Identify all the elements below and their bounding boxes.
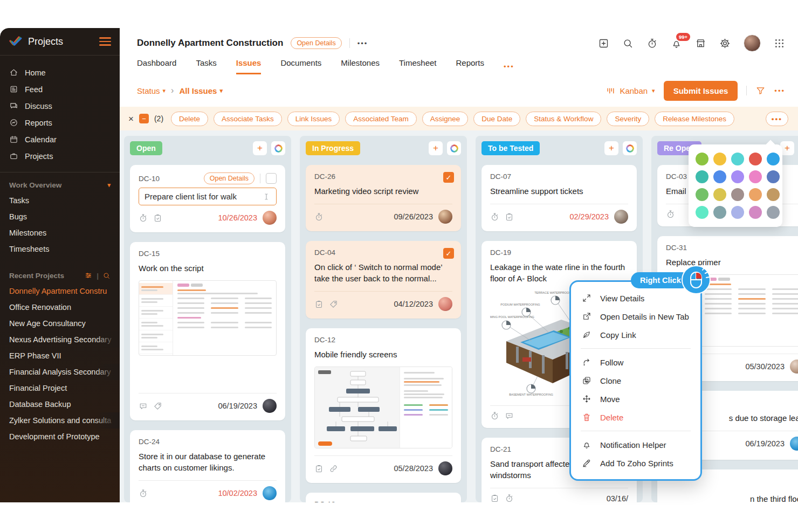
work-overview-section[interactable]: Work Overview ▾ xyxy=(0,172,120,192)
issue-card-dc12[interactable]: DC-12 Mobile friendly screens xyxy=(306,328,461,483)
sidebar-item-home[interactable]: Home xyxy=(0,64,120,81)
filter-funnel-icon[interactable] xyxy=(755,86,766,96)
color-swatch[interactable] xyxy=(731,206,744,219)
recent-project[interactable]: Development of Prototype xyxy=(0,429,120,445)
tab-reports[interactable]: Reports xyxy=(456,58,485,74)
notifications-bell-icon[interactable]: 99+ xyxy=(671,38,682,49)
sidebar-item-projects[interactable]: Projects xyxy=(0,148,120,164)
color-swatch[interactable] xyxy=(696,188,708,201)
issue-card-dc18[interactable]: DC-18 3D view not working xyxy=(306,493,461,502)
tab-issues[interactable]: Issues xyxy=(236,58,262,74)
color-swatch[interactable] xyxy=(767,170,780,183)
tab-documents[interactable]: Documents xyxy=(280,58,321,74)
color-swatch[interactable] xyxy=(696,170,708,183)
hamburger-menu-icon[interactable] xyxy=(99,37,111,46)
recent-project[interactable]: ERP Phase VII xyxy=(0,348,120,364)
menu-item-clone[interactable]: Clone xyxy=(571,371,700,390)
chevron-down-icon[interactable]: ▾ xyxy=(107,182,111,189)
recent-project[interactable]: Nexus Advertising Secondary xyxy=(0,331,120,348)
due-date-button[interactable]: Due Date xyxy=(473,112,520,126)
recent-project[interactable]: Financial Project xyxy=(0,380,120,396)
open-details-button[interactable]: Open Details xyxy=(204,172,254,184)
search-icon[interactable] xyxy=(622,38,634,49)
add-issue-button[interactable]: + xyxy=(429,141,443,155)
color-swatch[interactable] xyxy=(731,188,744,201)
card-checkbox-checked[interactable]: ✓ xyxy=(443,172,454,183)
color-swatch[interactable] xyxy=(731,153,744,165)
color-swatch[interactable] xyxy=(713,206,726,219)
view-filter-dropdown[interactable]: All Issues▾ xyxy=(179,86,223,95)
timer-icon[interactable] xyxy=(646,38,658,49)
color-swatch[interactable] xyxy=(696,153,708,165)
title-edit-input[interactable]: Prepare client list for walk xyxy=(139,188,277,205)
column-color-button[interactable] xyxy=(447,141,461,155)
submit-issues-button[interactable]: Submit Issues xyxy=(664,81,738,101)
column-color-button[interactable] xyxy=(271,141,285,155)
associated-team-button[interactable]: Associated Team xyxy=(345,112,417,126)
recent-project[interactable]: Database Backup xyxy=(0,396,120,412)
tabs-more-button[interactable]: ••• xyxy=(504,63,514,71)
issue-card-dc10[interactable]: DC-10 Open Details Prepare client list f… xyxy=(130,165,285,232)
color-swatch[interactable] xyxy=(713,188,726,201)
apps-grid-icon[interactable] xyxy=(774,38,785,49)
card-checkbox-checked[interactable]: ✓ xyxy=(443,248,454,259)
search-icon[interactable] xyxy=(102,272,111,280)
menu-item-follow[interactable]: Follow xyxy=(571,353,700,371)
color-swatch[interactable] xyxy=(749,153,762,165)
status-workflow-button[interactable]: Status & Workflow xyxy=(526,112,601,126)
sidebar-item-milestones[interactable]: Milestones xyxy=(0,225,120,241)
tab-milestones[interactable]: Milestones xyxy=(341,58,380,74)
group-by-dropdown[interactable]: Status▾ xyxy=(137,86,166,95)
color-swatch[interactable] xyxy=(731,170,744,183)
card-checkbox[interactable] xyxy=(266,173,277,184)
settings-gear-icon[interactable] xyxy=(719,38,731,49)
recent-project[interactable]: New Age Consultancy xyxy=(0,315,120,331)
sidebar-item-calendar[interactable]: Calendar xyxy=(0,131,120,148)
assignee-button[interactable]: Assignee xyxy=(422,112,469,126)
severity-button[interactable]: Severity xyxy=(607,112,649,126)
recent-project[interactable]: Financial Analysis Secondary xyxy=(0,364,120,380)
tab-timesheet[interactable]: Timesheet xyxy=(399,58,436,74)
sidebar-item-bugs[interactable]: Bugs xyxy=(0,209,120,225)
toolbar-more-button[interactable]: ••• xyxy=(774,87,785,95)
color-swatch[interactable] xyxy=(696,206,708,219)
color-swatch[interactable] xyxy=(767,188,780,201)
issue-card-dc04[interactable]: ✓ DC-04 On click of ‘ Switch to normal m… xyxy=(306,241,461,319)
menu-item-delete[interactable]: Delete xyxy=(571,408,700,426)
column-color-button[interactable] xyxy=(623,141,637,155)
recent-project-donnelly[interactable]: Donnelly Apartment Constru xyxy=(0,283,120,299)
color-swatch[interactable] xyxy=(713,170,726,183)
recent-project[interactable]: Office Renovation xyxy=(0,299,120,315)
color-swatch[interactable] xyxy=(749,188,762,201)
add-new-icon[interactable] xyxy=(598,38,609,49)
issue-card-dc07[interactable]: DC-07 Streamline support tickets 02/29/2… xyxy=(481,165,637,231)
user-avatar[interactable] xyxy=(744,34,761,52)
color-swatch[interactable] xyxy=(713,153,726,165)
close-icon[interactable]: × xyxy=(128,114,134,123)
issue-card-dc24[interactable]: DC-24 Store it in our database to genera… xyxy=(130,430,285,502)
view-mode-dropdown[interactable]: Kanban ▾ xyxy=(606,86,655,95)
issue-card-dc26[interactable]: ✓ DC-26 Marketing video script review 09… xyxy=(306,165,461,231)
link-issues-button[interactable]: Link Issues xyxy=(287,112,340,126)
sidebar-item-feed[interactable]: Feed xyxy=(0,81,120,98)
delete-action-button[interactable]: Delete xyxy=(171,112,208,126)
menu-item-add-to-zoho-sprints[interactable]: Add To Zoho Sprints xyxy=(571,454,700,472)
sidebar-item-tasks[interactable]: Tasks xyxy=(0,192,120,209)
menu-item-open-new-tab[interactable]: Open Details in New Tab xyxy=(571,307,700,326)
sidebar-item-reports[interactable]: Reports xyxy=(0,114,120,131)
color-swatch[interactable] xyxy=(767,153,780,165)
tab-tasks[interactable]: Tasks xyxy=(196,58,216,74)
add-issue-button[interactable]: + xyxy=(604,141,618,155)
menu-item-copy-link[interactable]: Copy Link xyxy=(571,326,700,344)
color-swatch[interactable] xyxy=(749,170,762,183)
associate-tasks-button[interactable]: Associate Tasks xyxy=(214,112,282,126)
issue-card-dc15[interactable]: DC-15 Work on the script xyxy=(130,242,285,420)
selection-more-button[interactable]: ••• xyxy=(766,112,788,126)
color-swatch[interactable] xyxy=(767,206,780,219)
menu-item-move[interactable]: Move xyxy=(571,390,700,408)
menu-item-notification-helper[interactable]: Notification Helper xyxy=(571,436,700,454)
open-details-button[interactable]: Open Details xyxy=(291,37,341,49)
select-all-checkbox[interactable]: − xyxy=(139,114,149,123)
header-more-button[interactable]: ••• xyxy=(357,39,368,47)
sort-filter-icon[interactable] xyxy=(84,271,93,280)
